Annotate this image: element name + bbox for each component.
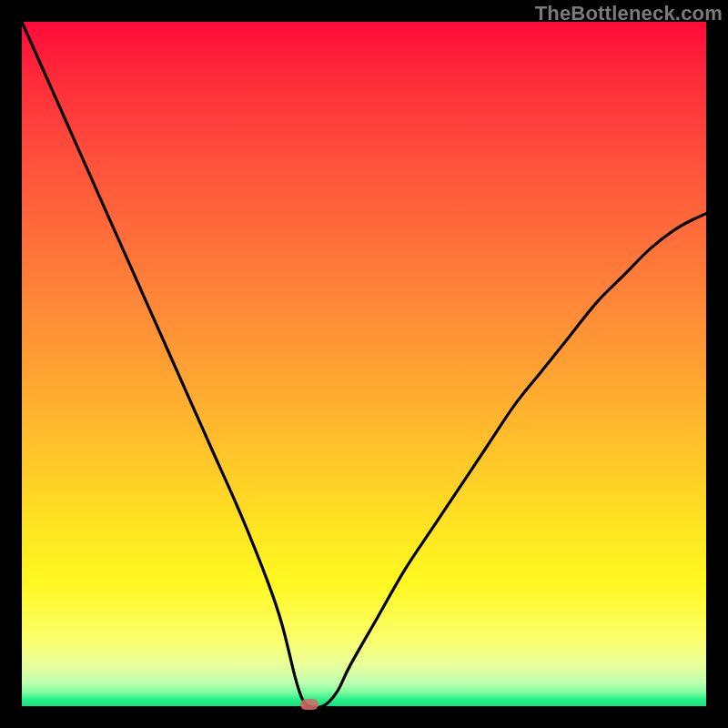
curve-path: [22, 22, 706, 708]
optimum-marker: [300, 699, 318, 710]
plot-area: [22, 22, 706, 706]
bottleneck-curve: [22, 22, 706, 706]
chart-frame: TheBottleneck.com: [0, 0, 728, 728]
